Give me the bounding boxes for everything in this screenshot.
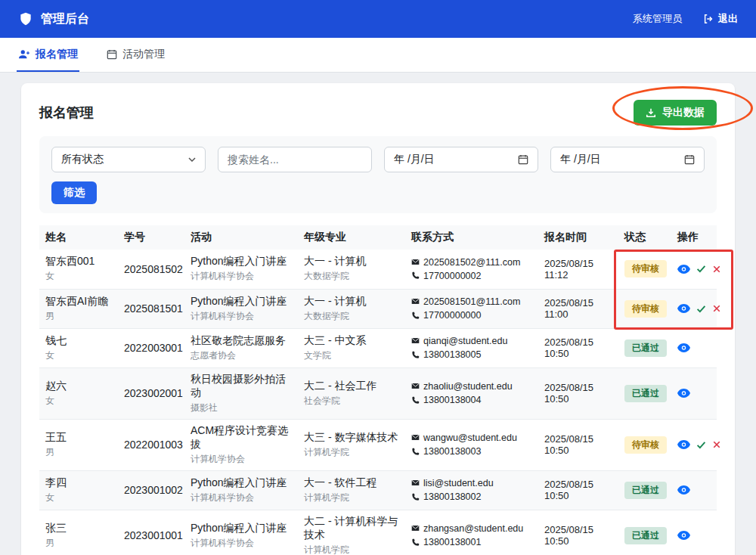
date-start-input[interactable]: 年 /月/日 xyxy=(384,147,538,172)
student-gender: 女 xyxy=(45,491,112,504)
view-icon[interactable] xyxy=(677,531,690,540)
current-user-label: 系统管理员 xyxy=(633,12,682,26)
status-cell: 待审核 xyxy=(618,250,671,289)
activity-name: ACM程序设计竞赛选拔 xyxy=(191,424,292,451)
approve-icon[interactable] xyxy=(696,304,706,314)
status-cell: 已通过 xyxy=(618,510,671,555)
table-row: 王五 男 2022001003 ACM程序设计竞赛选拔 计算机学协会 大三 - … xyxy=(39,419,717,470)
actions-cell xyxy=(671,510,717,555)
reject-icon[interactable] xyxy=(712,304,721,313)
logout-icon xyxy=(703,14,714,24)
view-icon[interactable] xyxy=(677,265,690,274)
registrations-table: 姓名 学号 活动 年级专业 联系方式 报名时间 状态 操作 智东西001 女 xyxy=(39,225,717,555)
view-icon[interactable] xyxy=(677,389,690,398)
page-title: 报名管理 xyxy=(39,104,94,122)
college: 计算机学院 xyxy=(304,446,399,459)
activity-name: 秋日校园摄影外拍活动 xyxy=(191,373,292,400)
contact-cell: lisi@student.edu 13800138002 xyxy=(405,470,538,510)
student-id-cell: 2025081501 xyxy=(118,289,184,328)
view-icon[interactable] xyxy=(677,343,690,352)
contact-cell: 2025081502@111.com 17700000002 xyxy=(405,250,538,289)
header-actions: 操作 xyxy=(671,225,717,250)
time-cell: 2025/08/15 10:50 xyxy=(538,470,618,510)
contact-phone: 13800138003 xyxy=(423,445,481,458)
date-start-value: 年 /月/日 xyxy=(394,153,435,166)
grade-major: 大二 - 计算机科学与技术 xyxy=(304,515,399,542)
activity-organizer: 志愿者协会 xyxy=(191,349,292,362)
user-add-icon xyxy=(18,49,30,60)
table-row: 赵六 女 2023002001 秋日校园摄影外拍活动 摄影社 大二 - 社会工作… xyxy=(39,367,717,419)
tab-bar: 报名管理 活动管理 xyxy=(0,38,756,73)
contact-cell: 2025081501@111.com 17700000000 xyxy=(405,289,538,328)
time-cell: 2025/08/15 10:50 xyxy=(538,419,618,470)
approve-icon[interactable] xyxy=(696,440,706,450)
email-icon xyxy=(411,258,420,266)
status-cell: 待审核 xyxy=(618,289,671,328)
logout-button[interactable]: 退出 xyxy=(703,12,738,26)
grade-cell: 大二 - 计算机科学与技术 计算机学院 xyxy=(298,510,405,555)
view-icon[interactable] xyxy=(677,440,690,449)
header-student-id: 学号 xyxy=(118,225,184,250)
view-icon[interactable] xyxy=(677,304,690,313)
name-cell: 智东西001 女 xyxy=(39,250,118,289)
student-id-cell: 2022003001 xyxy=(118,328,184,367)
student-name: 钱七 xyxy=(45,334,112,348)
time-cell: 2025/08/15 10:50 xyxy=(538,510,618,555)
status-cell: 已通过 xyxy=(618,470,671,510)
name-cell: 张三 男 xyxy=(39,510,118,555)
student-name: 王五 xyxy=(45,431,112,445)
grade-cell: 大三 - 数字媒体技术 计算机学院 xyxy=(298,419,405,470)
reject-icon[interactable] xyxy=(712,440,721,449)
contact-cell: zhangsan@student.edu 13800138001 xyxy=(405,510,538,555)
export-data-button[interactable]: 导出数据 xyxy=(634,100,717,126)
status-badge: 已通过 xyxy=(624,385,667,402)
activity-organizer: 摄影社 xyxy=(191,402,292,414)
student-name: 赵六 xyxy=(45,380,112,393)
view-icon[interactable] xyxy=(677,485,690,495)
student-id-cell: 2025081502 xyxy=(118,250,184,289)
contact-cell: qianqi@student.edu 13800138005 xyxy=(405,328,538,367)
time-cell: 2025/08/15 10:50 xyxy=(538,328,618,367)
contact-email: lisi@student.edu xyxy=(423,476,494,490)
time-cell: 2025/08/15 11:12 xyxy=(538,250,618,289)
student-name: 李四 xyxy=(45,476,112,490)
date-end-input[interactable]: 年 /月/日 xyxy=(550,147,705,172)
status-cell: 已通过 xyxy=(618,367,671,419)
grade-major: 大二 - 社会工作 xyxy=(304,380,399,393)
activity-cell: Python编程入门讲座 计算机科学协会 xyxy=(184,250,298,289)
email-icon xyxy=(411,297,420,305)
status-cell: 待审核 xyxy=(618,419,671,470)
phone-icon xyxy=(411,271,420,280)
actions-cell xyxy=(671,289,717,328)
search-name-input[interactable] xyxy=(218,147,372,172)
status-badge: 已通过 xyxy=(624,482,667,499)
email-icon xyxy=(411,433,420,442)
header-contact: 联系方式 xyxy=(405,225,538,250)
college: 文学院 xyxy=(304,349,399,362)
email-icon xyxy=(411,479,420,487)
grade-major: 大一 - 计算机 xyxy=(304,255,399,268)
student-name: 智东西001 xyxy=(45,255,112,268)
student-gender: 男 xyxy=(45,446,112,459)
shield-icon xyxy=(18,11,33,26)
app-title: 管理后台 xyxy=(41,11,89,27)
contact-phone: 13800138004 xyxy=(423,393,481,407)
tab-registration[interactable]: 报名管理 xyxy=(17,38,79,72)
tab-activities[interactable]: 活动管理 xyxy=(105,38,166,72)
phone-icon xyxy=(411,448,420,456)
activity-cell: 秋日校园摄影外拍活动 摄影社 xyxy=(184,367,298,419)
activity-cell: Python编程入门讲座 计算机科学协会 xyxy=(184,289,298,328)
export-data-label: 导出数据 xyxy=(662,106,705,119)
contact-email: 2025081502@111.com xyxy=(423,256,520,269)
student-name: 张三 xyxy=(45,522,112,535)
app-brand: 管理后台 xyxy=(18,11,89,27)
approve-icon[interactable] xyxy=(696,264,706,274)
activity-name: Python编程入门讲座 xyxy=(191,255,292,268)
navbar: 管理后台 系统管理员 退出 xyxy=(0,0,756,38)
reject-icon[interactable] xyxy=(712,265,721,274)
filter-submit-button[interactable]: 筛选 xyxy=(51,181,97,204)
contact-phone: 17700000002 xyxy=(423,269,481,283)
status-select[interactable]: 所有状态 xyxy=(51,147,206,172)
grade-cell: 大三 - 中文系 文学院 xyxy=(298,328,405,367)
contact-email: zhaoliu@student.edu xyxy=(423,380,513,393)
